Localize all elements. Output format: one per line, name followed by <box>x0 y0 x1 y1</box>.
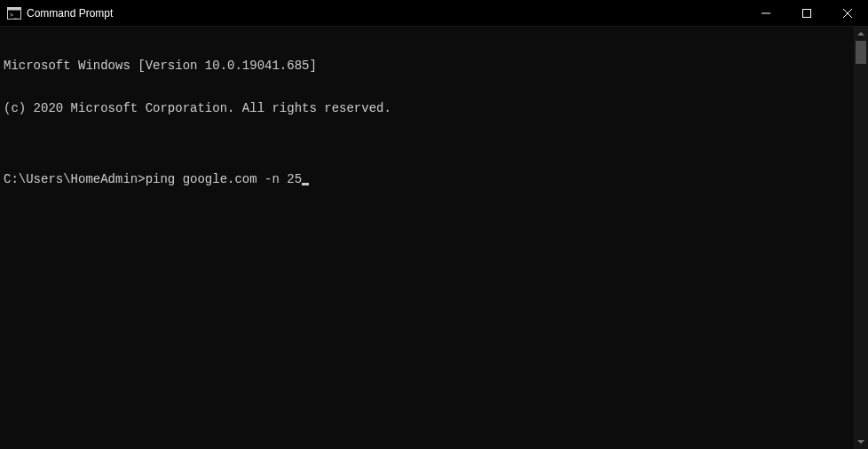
cmd-icon: >_ <box>7 7 21 20</box>
window-controls <box>746 0 868 26</box>
svg-marker-8 <box>857 440 864 444</box>
scroll-down-arrow-icon[interactable] <box>854 435 868 449</box>
scroll-up-arrow-icon[interactable] <box>854 27 868 41</box>
window-title: Command Prompt <box>27 7 113 20</box>
terminal-output-line: (c) 2020 Microsoft Corporation. All righ… <box>4 101 850 115</box>
terminal-output-line: Microsoft Windows [Version 10.0.19041.68… <box>4 59 850 73</box>
terminal-content[interactable]: Microsoft Windows [Version 10.0.19041.68… <box>0 27 854 449</box>
svg-rect-1 <box>8 7 21 10</box>
scrollbar-thumb[interactable] <box>856 41 866 64</box>
titlebar-left: >_ Command Prompt <box>0 7 113 20</box>
terminal-prompt: C:\Users\HomeAdmin> <box>4 172 146 186</box>
maximize-button[interactable] <box>786 0 827 26</box>
terminal-cursor <box>302 183 309 185</box>
svg-text:>_: >_ <box>10 12 18 19</box>
svg-rect-4 <box>803 9 811 17</box>
terminal-prompt-line: C:\Users\HomeAdmin>ping google.com -n 25 <box>4 172 850 186</box>
terminal-command: ping google.com -n 25 <box>146 172 302 186</box>
terminal-area[interactable]: Microsoft Windows [Version 10.0.19041.68… <box>0 27 868 449</box>
window-titlebar[interactable]: >_ Command Prompt <box>0 0 868 27</box>
vertical-scrollbar[interactable] <box>854 27 868 449</box>
svg-marker-7 <box>857 32 864 35</box>
minimize-button[interactable] <box>746 0 786 26</box>
close-button[interactable] <box>827 0 868 26</box>
